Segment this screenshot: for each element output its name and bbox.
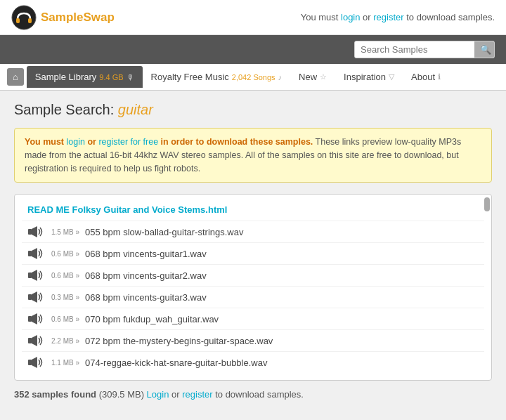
search-input[interactable] xyxy=(355,41,474,58)
file-name[interactable]: 074-reggae-kick-hat-snare-guitar-bubble.… xyxy=(85,357,267,368)
svg-marker-6 xyxy=(32,248,37,259)
auth-prefix: You must xyxy=(301,12,341,22)
svg-rect-9 xyxy=(28,294,32,300)
results-footer: 352 samples found (309.5 MB) Login or re… xyxy=(14,389,492,400)
file-name[interactable]: 055 bpm slow-ballad-guitar-strings.wav xyxy=(85,227,243,237)
tab-new[interactable]: New ☆ xyxy=(290,66,335,88)
play-icon[interactable] xyxy=(27,355,46,369)
nav-home-button[interactable]: ⌂ xyxy=(7,68,24,86)
file-size: 0.6 MB » xyxy=(51,272,79,280)
file-size: 0.6 MB » xyxy=(51,250,79,258)
file-row: 0.6 MB » 070 bpm fukdup_wah_guitar.wav xyxy=(22,308,484,329)
page-title-query: guitar xyxy=(118,102,153,117)
footer-register-link[interactable]: register xyxy=(182,389,212,400)
music-note-icon: ♪ xyxy=(278,73,283,81)
footer-suffix: to download samples. xyxy=(213,389,304,400)
svg-rect-1 xyxy=(16,18,20,23)
svg-rect-5 xyxy=(28,251,32,256)
svg-rect-13 xyxy=(28,338,32,343)
auth-register-link[interactable]: register xyxy=(373,12,403,22)
star-icon: ☆ xyxy=(320,72,327,81)
svg-point-0 xyxy=(12,6,36,29)
results-folder-header[interactable]: READ ME Folksy Guitar and Voice Stems.ht… xyxy=(22,202,484,221)
file-row: 0.6 MB » 068 bpm vincents-guitar1.wav xyxy=(22,242,484,264)
play-icon[interactable] xyxy=(27,312,46,326)
file-row: 1.1 MB » 074-reggae-kick-hat-snare-guita… xyxy=(22,351,484,373)
file-size: 2.2 MB » xyxy=(51,337,79,345)
notice-bold-or: or xyxy=(85,137,98,147)
notice-bold-suffix: in order to download these samples. xyxy=(158,137,313,147)
search-bar-area: 🔍 xyxy=(0,35,506,64)
tab-about[interactable]: About ℹ xyxy=(403,66,449,88)
notice-bold-prefix: You must xyxy=(25,137,67,147)
footer-login-link[interactable]: Login xyxy=(147,389,169,400)
tab-royalty-free-music[interactable]: Royalty Free Music 2,042 Songs ♪ xyxy=(143,66,291,88)
nav-tabs: ⌂ Sample Library 9.4 GB 🎙 Royalty Free M… xyxy=(0,64,506,91)
svg-marker-4 xyxy=(32,226,37,237)
page-title-prefix: Sample Search: xyxy=(14,102,118,117)
svg-marker-8 xyxy=(32,270,37,281)
tab-sample-library-label: Sample Library xyxy=(35,72,96,82)
header-auth-message: You must login or register to download s… xyxy=(301,12,495,22)
file-row: 0.6 MB » 068 bpm vincents-guitar2.wav xyxy=(22,264,484,286)
tab-royalty-free-label: Royalty Free Music xyxy=(151,72,229,82)
header: SampleSwap You must login or register to… xyxy=(0,0,506,35)
file-name[interactable]: 068 bpm vincents-guitar3.wav xyxy=(85,292,207,303)
file-row: 0.3 MB » 068 bpm vincents-guitar3.wav xyxy=(22,286,484,308)
file-name[interactable]: 068 bpm vincents-guitar2.wav xyxy=(85,270,207,281)
svg-rect-11 xyxy=(28,316,32,322)
footer-or: or xyxy=(169,389,182,400)
file-size: 1.5 MB » xyxy=(51,228,79,236)
notice-login-link[interactable]: login xyxy=(67,137,85,147)
logo-area: SampleSwap xyxy=(11,5,115,30)
page-title: Sample Search: guitar xyxy=(14,102,492,118)
svg-marker-14 xyxy=(32,335,37,346)
auth-or: or xyxy=(360,12,373,22)
logo-icon xyxy=(11,5,37,30)
play-icon[interactable] xyxy=(27,334,46,348)
tab-new-label: New xyxy=(299,72,317,82)
file-name[interactable]: 068 bpm vincents-guitar1.wav xyxy=(85,249,207,259)
main-content: Sample Search: guitar You must login or … xyxy=(0,91,506,411)
svg-marker-16 xyxy=(32,357,37,368)
svg-marker-10 xyxy=(32,291,37,303)
auth-login-link[interactable]: login xyxy=(341,12,360,22)
file-row: 2.2 MB » 072 bpm the-mystery-begins-guit… xyxy=(22,329,484,351)
auth-suffix: to download samples. xyxy=(404,12,495,22)
results-size: (309.5 MB) xyxy=(96,389,144,400)
notice-register-link[interactable]: register for free xyxy=(98,137,158,147)
chevron-down-icon: ▽ xyxy=(389,72,394,81)
file-row: 1.5 MB » 055 bpm slow-ballad-guitar-stri… xyxy=(22,221,484,242)
tab-inspiration-label: Inspiration xyxy=(344,72,386,82)
svg-rect-3 xyxy=(28,229,32,235)
file-size: 1.1 MB » xyxy=(51,359,79,367)
play-icon[interactable] xyxy=(27,225,46,239)
tab-about-label: About xyxy=(411,72,435,82)
file-name[interactable]: 070 bpm fukdup_wah_guitar.wav xyxy=(85,314,219,324)
tab-sample-library[interactable]: Sample Library 9.4 GB 🎙 xyxy=(27,66,143,88)
tab-royalty-free-count: 2,042 Songs xyxy=(232,73,275,81)
svg-marker-12 xyxy=(32,313,37,324)
scrollbar[interactable] xyxy=(484,197,490,211)
file-name[interactable]: 072 bpm the-mystery-begins-guitar-space.… xyxy=(85,336,273,346)
file-size: 0.6 MB » xyxy=(51,315,79,323)
file-size: 0.3 MB » xyxy=(51,294,79,301)
tab-inspiration[interactable]: Inspiration ▽ xyxy=(335,66,403,88)
play-icon[interactable] xyxy=(27,268,46,282)
info-icon: ℹ xyxy=(438,72,441,81)
notice-box: You must login or register for free in o… xyxy=(14,128,492,183)
svg-rect-2 xyxy=(28,18,32,23)
play-icon[interactable] xyxy=(27,290,46,304)
search-button[interactable]: 🔍 xyxy=(474,41,495,58)
svg-rect-15 xyxy=(28,360,32,365)
logo-text: SampleSwap xyxy=(41,11,115,25)
results-container: READ ME Folksy Guitar and Voice Stems.ht… xyxy=(14,194,492,381)
svg-rect-7 xyxy=(28,273,32,278)
play-icon[interactable] xyxy=(27,247,46,261)
results-count: 352 samples found xyxy=(14,389,96,400)
tab-sample-library-count: 9.4 GB xyxy=(99,73,123,81)
microphone-icon: 🎙 xyxy=(126,73,134,81)
search-input-wrap: 🔍 xyxy=(354,41,495,58)
